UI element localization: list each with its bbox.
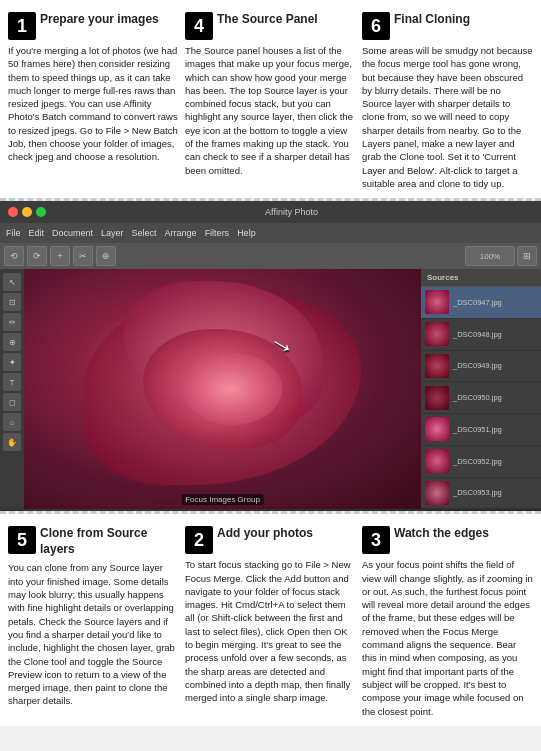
layer-thumb-6 bbox=[425, 481, 449, 505]
af-left-tools: ↖ ⊡ ✏ ⊕ ✦ T ◻ ⌕ ✋ bbox=[0, 269, 24, 509]
step-4-title: The Source Panel bbox=[217, 12, 318, 28]
tool-brush[interactable]: ✏ bbox=[3, 313, 21, 331]
menu-filters[interactable]: Filters bbox=[205, 228, 230, 238]
step-6-header: 6 Final Cloning bbox=[362, 12, 533, 40]
menu-document[interactable]: Document bbox=[52, 228, 93, 238]
layer-item-5[interactable]: _DSC0952.jpg bbox=[421, 446, 541, 478]
tool-crop[interactable]: ⊡ bbox=[3, 293, 21, 311]
step-5-title: Clone from Source layers bbox=[40, 526, 179, 557]
layer-item-2[interactable]: _DSC0949.jpg bbox=[421, 351, 541, 383]
step-card-3: 3 Watch the edges As your focus point sh… bbox=[362, 526, 533, 718]
af-titlebar: Affinity Photo bbox=[0, 201, 541, 223]
menu-edit[interactable]: Edit bbox=[29, 228, 45, 238]
toolbar-btn-5[interactable]: ⊕ bbox=[96, 246, 116, 266]
sources-panel-header: Sources bbox=[421, 269, 541, 287]
step-1-body: If you're merging a lot of photos (we ha… bbox=[8, 44, 179, 164]
layer-thumb-5 bbox=[425, 449, 449, 473]
step-2-header: 2 Add your photos bbox=[185, 526, 356, 554]
menu-select[interactable]: Select bbox=[132, 228, 157, 238]
tool-heal[interactable]: ✦ bbox=[3, 353, 21, 371]
step-3-header: 3 Watch the edges bbox=[362, 526, 533, 554]
step-2-body: To start focus stacking go to File > New… bbox=[185, 558, 356, 704]
layer-item-1[interactable]: _DSC0948.jpg bbox=[421, 319, 541, 351]
toolbar-btn-4[interactable]: ✂ bbox=[73, 246, 93, 266]
step-5-number: 5 bbox=[8, 526, 36, 554]
tool-zoom[interactable]: ⌕ bbox=[3, 413, 21, 431]
layer-label-0: _DSC0947.jpg bbox=[453, 298, 502, 307]
layer-thumb-2 bbox=[425, 354, 449, 378]
layer-label-1: _DSC0948.jpg bbox=[453, 330, 502, 339]
tool-cursor[interactable]: ↖ bbox=[3, 273, 21, 291]
step-1-title: Prepare your images bbox=[40, 12, 159, 28]
menu-arrange[interactable]: Arrange bbox=[165, 228, 197, 238]
af-main: ↖ ⊡ ✏ ⊕ ✦ T ◻ ⌕ ✋ bbox=[0, 269, 541, 509]
af-toolbar: ⟲ ⟳ + ✂ ⊕ 100% ⊞ bbox=[0, 243, 541, 269]
layer-thumb-3 bbox=[425, 386, 449, 410]
screenshot-inner: Affinity Photo File Edit Document Layer … bbox=[0, 201, 541, 511]
screenshot-container: Affinity Photo File Edit Document Layer … bbox=[0, 198, 541, 514]
window-close-btn[interactable] bbox=[8, 207, 18, 217]
af-right-panel: Sources _DSC0947.jpg _DSC0948.jpg bbox=[421, 269, 541, 509]
step-5-body: You can clone from any Source layer into… bbox=[8, 561, 179, 707]
step-3-title: Watch the edges bbox=[394, 526, 489, 542]
toolbar-btn-3[interactable]: + bbox=[50, 246, 70, 266]
menu-file[interactable]: File bbox=[6, 228, 21, 238]
toolbar-btn-2[interactable]: ⟳ bbox=[27, 246, 47, 266]
step-1-number: 1 bbox=[8, 12, 36, 40]
step-6-number: 6 bbox=[362, 12, 390, 40]
layer-label-2: _DSC0949.jpg bbox=[453, 361, 502, 370]
canvas-label: Focus Images Group bbox=[181, 494, 264, 505]
step-5-header: 5 Clone from Source layers bbox=[8, 526, 179, 557]
layer-label-4: _DSC0951.jpg bbox=[453, 425, 502, 434]
rose-inner bbox=[183, 353, 282, 425]
tool-hand[interactable]: ✋ bbox=[3, 433, 21, 451]
step-4-body: The Source panel houses a list of the im… bbox=[185, 44, 356, 177]
step-6-title: Final Cloning bbox=[394, 12, 470, 28]
menu-help[interactable]: Help bbox=[237, 228, 256, 238]
layer-thumb-0 bbox=[425, 290, 449, 314]
step-card-5: 5 Clone from Source layers You can clone… bbox=[8, 526, 179, 718]
bottom-section: 5 Clone from Source layers You can clone… bbox=[0, 514, 541, 726]
window-min-btn[interactable] bbox=[22, 207, 32, 217]
layer-label-3: _DSC0950.jpg bbox=[453, 393, 502, 402]
step-3-body: As your focus point shifts the field of … bbox=[362, 558, 533, 718]
screenshot-section: Affinity Photo File Edit Document Layer … bbox=[0, 201, 541, 511]
window-max-btn[interactable] bbox=[36, 207, 46, 217]
tool-clone[interactable]: ⊕ bbox=[3, 333, 21, 351]
step-3-number: 3 bbox=[362, 526, 390, 554]
toolbar-zoom[interactable]: 100% bbox=[465, 246, 515, 266]
layer-thumb-1 bbox=[425, 322, 449, 346]
top-section: 1 Prepare your images If you're merging … bbox=[0, 0, 541, 198]
af-canvas-area[interactable]: → Focus Images Group bbox=[24, 269, 421, 509]
step-2-number: 2 bbox=[185, 526, 213, 554]
step-card-1: 1 Prepare your images If you're merging … bbox=[8, 12, 179, 190]
step-card-2: 2 Add your photos To start focus stackin… bbox=[185, 526, 356, 718]
af-menu-bar: File Edit Document Layer Select Arrange … bbox=[0, 223, 541, 243]
toolbar-btn-1[interactable]: ⟲ bbox=[4, 246, 24, 266]
step-card-6: 6 Final Cloning Some areas will be smudg… bbox=[362, 12, 533, 190]
step-card-4: 4 The Source Panel The Source panel hous… bbox=[185, 12, 356, 190]
step-4-number: 4 bbox=[185, 12, 213, 40]
layer-item-6[interactable]: _DSC0953.jpg bbox=[421, 478, 541, 510]
page-wrapper: 1 Prepare your images If you're merging … bbox=[0, 0, 541, 726]
layer-item-4[interactable]: _DSC0951.jpg bbox=[421, 414, 541, 446]
layer-item-0[interactable]: _DSC0947.jpg bbox=[421, 287, 541, 319]
step-2-title: Add your photos bbox=[217, 526, 313, 542]
layer-item-3[interactable]: _DSC0950.jpg bbox=[421, 382, 541, 414]
layer-label-5: _DSC0952.jpg bbox=[453, 457, 502, 466]
layer-label-6: _DSC0953.jpg bbox=[453, 488, 502, 497]
step-6-body: Some areas will be smudgy not because th… bbox=[362, 44, 533, 190]
layer-thumb-4 bbox=[425, 417, 449, 441]
tool-shape[interactable]: ◻ bbox=[3, 393, 21, 411]
toolbar-view[interactable]: ⊞ bbox=[517, 246, 537, 266]
step-1-header: 1 Prepare your images bbox=[8, 12, 179, 40]
tool-type[interactable]: T bbox=[3, 373, 21, 391]
menu-layer[interactable]: Layer bbox=[101, 228, 124, 238]
window-title: Affinity Photo bbox=[265, 207, 318, 217]
step-4-header: 4 The Source Panel bbox=[185, 12, 356, 40]
